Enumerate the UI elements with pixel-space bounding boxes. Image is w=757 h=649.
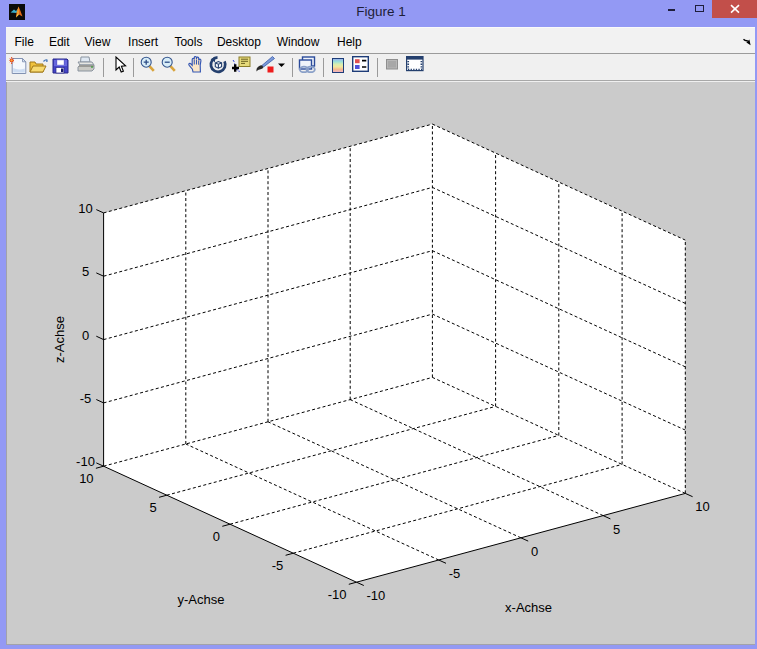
- svg-text:-5: -5: [80, 391, 92, 406]
- svg-text:10: 10: [79, 471, 93, 486]
- svg-text:5: 5: [82, 264, 89, 279]
- svg-text:z-Achse: z-Achse: [52, 316, 67, 363]
- svg-text:10: 10: [695, 499, 709, 514]
- svg-text:0: 0: [213, 529, 220, 544]
- svg-text:10: 10: [78, 201, 92, 216]
- svg-text:-10: -10: [76, 454, 95, 469]
- svg-text:-5: -5: [449, 566, 461, 581]
- svg-text:5: 5: [150, 500, 157, 515]
- svg-text:y-Achse: y-Achse: [178, 592, 225, 607]
- svg-text:5: 5: [613, 522, 620, 537]
- svg-text:0: 0: [82, 328, 89, 343]
- svg-text:-10: -10: [328, 587, 347, 602]
- svg-text:-5: -5: [272, 558, 284, 573]
- svg-text:-10: -10: [367, 588, 386, 603]
- svg-text:0: 0: [531, 544, 538, 559]
- svg-text:x-Achse: x-Achse: [505, 600, 552, 615]
